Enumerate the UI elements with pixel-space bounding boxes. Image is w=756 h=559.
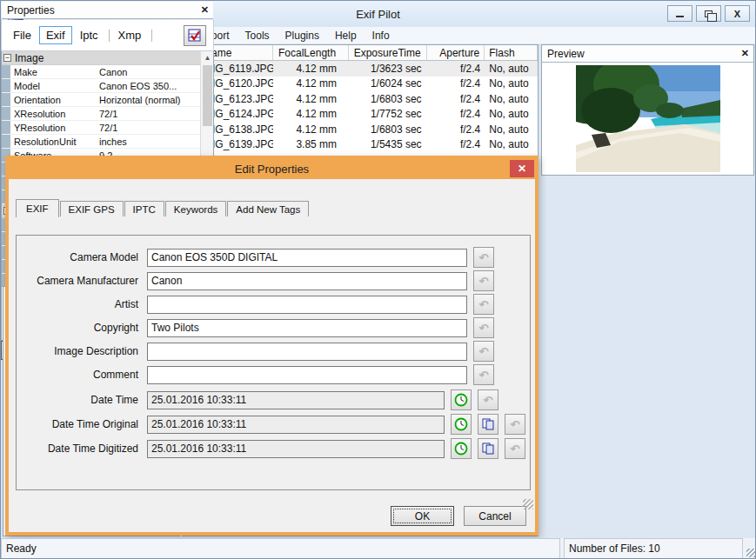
props-tab-iptc[interactable]: Iptc — [74, 27, 104, 43]
date-time-input[interactable] — [147, 391, 445, 409]
prop-row[interactable]: XResolution72/1 — [2, 107, 200, 121]
props-tab-file[interactable]: File — [7, 27, 37, 43]
props-tab-exif[interactable]: Exif — [39, 26, 72, 44]
props-tab-xmp[interactable]: Xmp — [112, 27, 148, 43]
prop-row[interactable]: MakeCanon — [2, 65, 200, 79]
dialog-title-bar: Edit Properties ✕ — [9, 159, 535, 179]
beach-preview-image — [576, 65, 720, 172]
date-time-label: Date Time — [17, 394, 138, 406]
window-resize-grip[interactable] — [743, 538, 756, 559]
cancel-button[interactable]: Cancel — [464, 506, 526, 526]
dialog-resize-grip[interactable] — [523, 499, 533, 509]
undo-icon: ↶ — [511, 418, 520, 431]
date-time-original-label: Date Time Original — [17, 418, 138, 430]
file-name-cell: IMG_6119.JPG — [204, 63, 273, 75]
focal-length-cell: 4.12 mm — [273, 63, 349, 75]
preview-close-icon[interactable]: ✕ — [741, 48, 749, 59]
ok-button[interactable]: OK — [391, 506, 454, 526]
undo-button[interactable]: ↶ — [473, 247, 494, 268]
undo-button[interactable]: ↶ — [473, 294, 494, 315]
aperture-cell: f/2.4 — [427, 138, 485, 150]
choose-tags-button[interactable] — [184, 25, 206, 46]
undo-icon: ↶ — [479, 345, 489, 358]
file-row[interactable]: IMG_6139.JPG 3.85 mm 1/5435 sec f/2.4 No… — [183, 137, 538, 153]
image-description-input[interactable] — [147, 343, 467, 361]
scroll-up-icon[interactable]: ▲ — [201, 51, 214, 64]
file-name-cell: IMG_6124.JPG — [204, 108, 273, 120]
menu-info[interactable]: Info — [365, 28, 398, 43]
close-button[interactable]: X — [725, 5, 750, 22]
exposure-time-cell: 1/7752 sec — [349, 108, 427, 120]
comment-input[interactable] — [147, 366, 467, 384]
undo-button[interactable]: ↶ — [473, 270, 494, 291]
dialog-tab-iptc[interactable]: IPTC — [124, 201, 164, 216]
artist-label: Artist — [17, 298, 138, 310]
undo-icon: ↶ — [479, 298, 489, 311]
prop-row[interactable]: YResolution72/1 — [2, 121, 200, 135]
column-header-aperture[interactable]: Aperture — [427, 45, 485, 60]
menu-help[interactable]: Help — [327, 28, 365, 43]
checklist-icon — [188, 29, 202, 43]
file-row[interactable]: IMG_6124.JPG 4.12 mm 1/7752 sec f/2.4 No… — [183, 107, 538, 123]
date-time-digitized-input[interactable] — [147, 440, 445, 458]
column-header-exposuretime[interactable]: ExposureTime — [349, 45, 427, 60]
column-header-focallength[interactable]: FocalLength — [273, 45, 349, 60]
file-name-cell: IMG_6120.JPG — [204, 77, 273, 90]
properties-tabs: File Exif Iptc Xmp — [1, 20, 214, 51]
file-row[interactable]: IMG_6123.JPG 4.12 mm 1/6803 sec f/2.4 No… — [183, 91, 538, 107]
dialog-tab-add-new-tags[interactable]: Add New Tags — [227, 201, 309, 216]
undo-button[interactable]: ↶ — [505, 414, 525, 435]
tab-separator — [151, 30, 152, 42]
collapse-icon[interactable]: − — [3, 54, 11, 62]
minimize-icon — [676, 16, 684, 17]
properties-close-icon[interactable]: ✕ — [201, 4, 209, 16]
restore-icon — [705, 10, 713, 17]
minimize-button[interactable] — [667, 5, 692, 22]
undo-button[interactable]: ↶ — [473, 364, 494, 385]
prop-row[interactable]: ResolutionUnitinches — [2, 135, 200, 149]
file-row[interactable]: IMG_6119.JPG 4.12 mm 1/3623 sec f/2.4 No… — [183, 61, 538, 77]
file-row[interactable]: IMG_6138.JPG 4.12 mm 1/6803 sec f/2.4 No… — [183, 122, 538, 137]
camera-model-input[interactable] — [147, 249, 467, 267]
set-current-time-button[interactable] — [451, 389, 472, 410]
scrollbar-thumb[interactable] — [203, 65, 212, 126]
artist-input[interactable] — [147, 296, 467, 314]
copy-date-button[interactable] — [478, 414, 498, 435]
set-current-time-button[interactable] — [451, 438, 472, 459]
dialog-tab-exif[interactable]: EXIF — [16, 199, 59, 217]
field-row: Artist ↶ — [17, 293, 530, 316]
dialog-tabs: EXIF EXIF GPS IPTC Keywords Add New Tags — [16, 198, 310, 216]
undo-icon: ↶ — [511, 443, 520, 456]
flash-cell: No, auto — [485, 93, 538, 105]
prop-row[interactable]: OrientationHorizontal (normal) — [2, 93, 200, 107]
camera-manufacturer-input[interactable] — [147, 272, 467, 290]
undo-button[interactable]: ↶ — [478, 389, 498, 410]
set-current-time-button[interactable] — [451, 414, 472, 435]
aperture-cell: f/2.4 — [427, 77, 485, 90]
dialog-title: Edit Properties — [235, 163, 309, 176]
prop-row[interactable]: ModelCanon EOS 350... — [2, 79, 200, 93]
camera-model-label: Camera Model — [17, 251, 138, 263]
field-row: Camera Manufacturer ↶ — [17, 270, 530, 292]
menu-plugins[interactable]: Plugins — [278, 28, 327, 43]
dialog-tab-exif-gps[interactable]: EXIF GPS — [60, 201, 124, 216]
edit-properties-dialog: Edit Properties ✕ EXIF EXIF GPS IPTC Key… — [5, 156, 539, 536]
field-row: Comment ↶ — [17, 363, 530, 386]
undo-icon: ↶ — [479, 369, 489, 382]
undo-button[interactable]: ↶ — [505, 438, 525, 459]
copy-icon — [482, 443, 494, 455]
dialog-tab-keywords[interactable]: Keywords — [165, 201, 227, 216]
undo-button[interactable]: ↶ — [473, 341, 494, 362]
file-row[interactable]: IMG_6120.JPG 4.12 mm 1/6024 sec f/2.4 No… — [183, 77, 538, 92]
maximize-button[interactable] — [696, 5, 721, 22]
field-row: Date Time ↶ — [17, 389, 530, 411]
dialog-close-button[interactable]: ✕ — [510, 160, 534, 177]
preview-panel: Preview ✕ — [541, 44, 754, 176]
date-time-original-input[interactable] — [147, 416, 445, 434]
prop-group-image[interactable]: −Image — [2, 51, 200, 65]
column-header-flash[interactable]: Flash — [485, 45, 538, 60]
menu-tools[interactable]: Tools — [238, 28, 278, 43]
copy-date-button[interactable] — [478, 438, 498, 459]
copyright-input[interactable] — [147, 319, 467, 337]
undo-button[interactable]: ↶ — [473, 317, 494, 338]
